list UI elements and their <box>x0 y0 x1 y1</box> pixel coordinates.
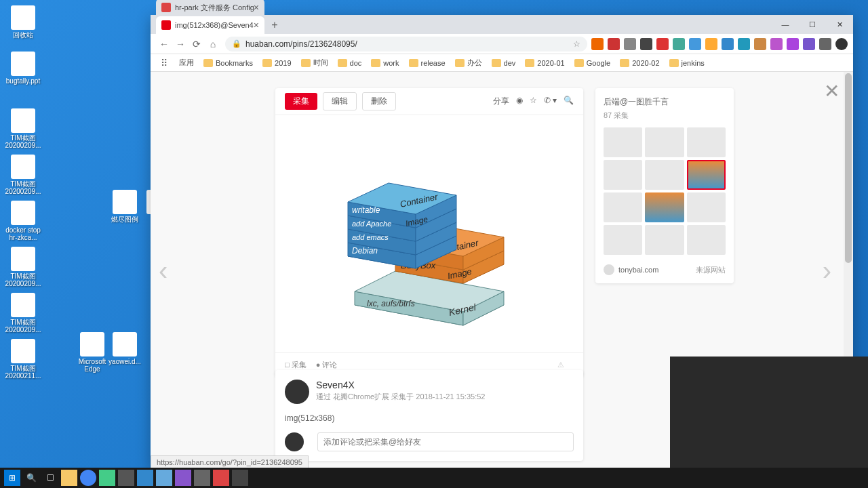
app-icon[interactable] <box>118 470 134 486</box>
forward-button[interactable]: → <box>172 36 189 52</box>
footer-pin[interactable]: □ 采集 <box>285 360 307 370</box>
search-icon[interactable]: 🔍 <box>23 470 39 486</box>
author-name[interactable]: Seven4X <box>316 380 485 390</box>
zoom-icon[interactable]: 🔍 <box>564 96 574 107</box>
ext-icon[interactable] <box>673 38 685 50</box>
thumb[interactable] <box>645 192 684 222</box>
ext-icon[interactable] <box>656 38 669 50</box>
bookmark[interactable]: 2019 <box>258 56 295 69</box>
next-arrow[interactable]: › <box>823 256 831 286</box>
apps-icon[interactable]: ⠿ <box>156 55 172 71</box>
maximize-button[interactable]: ☐ <box>799 15 826 34</box>
avatar[interactable] <box>285 380 309 404</box>
thumb[interactable] <box>645 127 684 157</box>
reload-button[interactable]: ⟳ <box>189 36 205 52</box>
thumb[interactable] <box>604 160 642 190</box>
desktop-icon[interactable]: yaowei.d... <box>106 332 144 365</box>
ext-icon[interactable] <box>689 38 701 50</box>
desktop-icon[interactable]: docker stop hr-zkca... <box>4 201 42 241</box>
app-icon[interactable] <box>194 470 210 486</box>
thumb[interactable] <box>604 225 642 255</box>
app-icon[interactable] <box>99 470 115 486</box>
app-icon[interactable] <box>213 470 229 486</box>
app-icon[interactable] <box>156 470 172 486</box>
pin-image[interactable]: lxc, aufs/btrfs Kernel BusyBox Image wri… <box>275 115 583 352</box>
minimize-button[interactable]: — <box>772 15 799 34</box>
bookmark[interactable]: 2020-01 <box>521 56 568 69</box>
fav-icon[interactable]: ☆ <box>530 96 537 107</box>
ext-icon[interactable] <box>705 38 717 50</box>
edit-button[interactable]: 编辑 <box>323 92 357 110</box>
bookmark[interactable]: doc <box>334 56 366 69</box>
ext-icon[interactable] <box>608 38 620 50</box>
comment-input[interactable] <box>317 432 574 451</box>
footer-comment[interactable]: ● 评论 <box>316 360 338 370</box>
weibo-icon[interactable]: ◉ <box>516 96 523 107</box>
app-icon[interactable] <box>175 470 191 486</box>
thumb-current[interactable] <box>687 160 726 190</box>
ext-icon[interactable] <box>591 38 604 50</box>
desktop-icon[interactable]: TIM截图 20200209... <box>4 108 42 149</box>
ext-icon[interactable] <box>624 38 636 50</box>
bookmark[interactable]: 应用 <box>175 56 198 69</box>
bookmark[interactable]: release <box>405 56 450 69</box>
thumb[interactable] <box>604 192 642 222</box>
home-button[interactable]: ⌂ <box>205 36 221 52</box>
bookmark[interactable]: 时间 <box>297 56 332 69</box>
ext-icon[interactable] <box>787 38 799 50</box>
ext-icon[interactable] <box>754 38 766 50</box>
url-input[interactable]: 🔒 huaban.com/pins/2136248095/ ☆ <box>225 37 587 52</box>
start-button[interactable]: ⊞ <box>4 470 20 486</box>
ext-icon[interactable] <box>770 38 783 50</box>
source-domain[interactable]: tonybai.com <box>618 266 658 274</box>
chrome-icon[interactable] <box>80 470 96 486</box>
thumb[interactable] <box>687 127 726 157</box>
desktop-icon[interactable]: bugtally.ppt <box>4 52 42 85</box>
app-icon[interactable] <box>232 470 248 486</box>
bookmark[interactable]: work <box>367 56 403 69</box>
desktop-icon[interactable]: TIM截图 20200209... <box>4 155 42 195</box>
report-icon[interactable]: ⚠ <box>557 361 564 369</box>
thumb[interactable] <box>687 192 726 222</box>
ext-icon[interactable] <box>722 38 734 50</box>
new-tab-button[interactable]: + <box>266 16 283 34</box>
close-tab-icon[interactable]: × <box>254 2 259 13</box>
pin-button[interactable]: 采集 <box>285 93 317 110</box>
desktop-icon[interactable]: TIM截图 20200211... <box>4 339 42 380</box>
bookmark[interactable]: 2020-02 <box>616 56 663 69</box>
wechat-icon[interactable]: ✆ ▾ <box>544 96 557 107</box>
delete-button[interactable]: 删除 <box>362 92 396 110</box>
bookmark[interactable]: dev <box>488 56 520 69</box>
app-icon[interactable] <box>137 470 153 486</box>
bookmark[interactable]: Google <box>570 56 614 69</box>
profile-icon[interactable] <box>835 38 848 50</box>
desktop-icon[interactable]: TIM截图 20200209... <box>4 247 42 287</box>
ext-icon[interactable] <box>640 38 652 50</box>
desktop-icon[interactable]: 燃尽图例 <box>106 190 144 223</box>
thumb[interactable] <box>645 160 684 190</box>
prev-arrow[interactable]: ‹ <box>159 256 167 286</box>
ext-icon[interactable] <box>819 38 831 50</box>
thumb[interactable] <box>687 225 726 255</box>
bookmark[interactable]: Bookmarks <box>199 56 257 69</box>
ext-icon[interactable] <box>803 38 815 50</box>
source-label[interactable]: 来源网站 <box>696 265 726 275</box>
bookmark[interactable]: jenkins <box>665 56 709 69</box>
desktop-icon[interactable]: TIM截图 20200209... <box>4 293 42 333</box>
close-icon[interactable]: ✕ <box>824 80 840 102</box>
bookmark[interactable]: 办公 <box>451 56 486 69</box>
thumb[interactable] <box>645 225 684 255</box>
thumb[interactable] <box>604 127 642 157</box>
star-icon[interactable]: ☆ <box>573 39 580 49</box>
task-view-icon[interactable]: ☐ <box>42 470 58 486</box>
share-button[interactable]: 分享 <box>493 96 509 107</box>
close-window-button[interactable]: ✕ <box>826 15 853 34</box>
explorer-icon[interactable] <box>61 470 77 486</box>
ext-icon[interactable] <box>738 38 750 50</box>
desktop-icon[interactable]: 回收站 <box>4 5 42 39</box>
browser-tab[interactable]: hr-park 文件服务 Config [Jen× <box>156 0 264 16</box>
close-tab-icon[interactable]: × <box>254 20 259 30</box>
board-title[interactable]: 后端@一图胜千言 <box>604 96 726 108</box>
browser-tab[interactable]: img(512x368)@Seven4X采集到× <box>156 16 264 34</box>
back-button[interactable]: ← <box>156 36 172 52</box>
